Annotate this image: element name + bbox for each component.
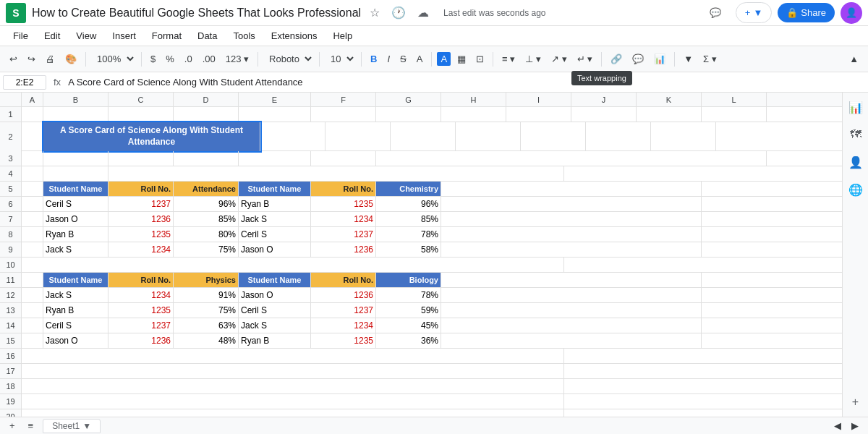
undo-button[interactable]: ↩ [6, 51, 21, 67]
cell-a4[interactable] [22, 166, 43, 181]
cell-a11[interactable] [22, 273, 43, 287]
cell-b9[interactable]: Jack S [43, 242, 109, 257]
cell-g15[interactable]: 36% [376, 333, 441, 348]
cell-g5[interactable]: Chemistry [376, 182, 441, 196]
cell-e11[interactable]: Student Name [239, 273, 311, 287]
cell-f3[interactable] [311, 151, 376, 166]
cell-rest-3[interactable] [376, 151, 767, 166]
cell-e5[interactable]: Student Name [239, 182, 311, 196]
avatar[interactable]: 👤 [841, 2, 862, 24]
row-header-7[interactable]: 7 [0, 212, 22, 226]
menu-help[interactable]: Help [326, 27, 359, 44]
cell-c12[interactable]: 1234 [109, 288, 174, 302]
cell-rest-15[interactable] [441, 333, 702, 348]
cell-e15[interactable]: Ryan B [239, 333, 311, 348]
cell-c1[interactable] [109, 107, 174, 122]
col-header-d[interactable]: D [174, 93, 239, 106]
borders-button[interactable]: ▦ [454, 51, 469, 67]
menu-extensions[interactable]: Extensions [264, 27, 325, 44]
cell-b4[interactable] [43, 166, 109, 181]
cell-e12[interactable]: Jason O [239, 288, 311, 302]
link-button[interactable]: 🔗 [607, 51, 626, 67]
comment-button[interactable]: 💬 [701, 3, 730, 22]
cell-a8[interactable] [22, 227, 43, 242]
cell-d9[interactable]: 75% [174, 242, 239, 257]
chart-button[interactable]: 📊 [650, 51, 669, 67]
cell-d12[interactable]: 91% [174, 288, 239, 302]
cell-e9[interactable]: Jason O [239, 242, 311, 257]
add-sidebar-icon[interactable]: + [847, 393, 864, 411]
cell-rest-8[interactable] [441, 227, 702, 242]
cell-e14[interactable]: Jack S [239, 318, 311, 333]
cell-f7[interactable]: 1234 [311, 212, 376, 226]
menu-edit[interactable]: Edit [37, 27, 67, 44]
cell-a2[interactable] [22, 122, 43, 151]
col-header-b[interactable]: B [43, 93, 109, 106]
cell-c5[interactable]: Roll No. [109, 182, 174, 196]
cell-k1[interactable] [637, 107, 702, 122]
cell-b7[interactable]: Jason O [43, 212, 109, 226]
cell-c14[interactable]: 1237 [109, 318, 174, 333]
cell-d15[interactable]: 48% [174, 333, 239, 348]
share-button[interactable]: 🔒 Share [778, 3, 835, 22]
col-header-j[interactable]: J [571, 93, 637, 106]
cell-g8[interactable]: 78% [376, 227, 441, 242]
sheet-tab-sheet1[interactable]: Sheet1 ▼ [43, 419, 101, 433]
col-header-h[interactable]: H [441, 93, 506, 106]
cell-a1[interactable] [22, 107, 43, 122]
cell-a7[interactable] [22, 212, 43, 226]
col-header-i[interactable]: I [506, 93, 571, 106]
cell-l2[interactable] [651, 122, 716, 151]
maps-icon[interactable]: 🗺 [847, 126, 864, 143]
history-icon[interactable]: 🕐 [388, 6, 409, 20]
row-header-4[interactable]: 4 [0, 166, 22, 181]
row-header-10[interactable]: 10 [0, 258, 22, 272]
cell-g13[interactable]: 59% [376, 303, 441, 318]
cell-f8[interactable]: 1237 [311, 227, 376, 242]
row-header-12[interactable]: 12 [0, 288, 22, 302]
cell-rest-6[interactable] [441, 197, 702, 211]
cell-e13[interactable]: Ceril S [239, 303, 311, 318]
cell-d7[interactable]: 85% [174, 212, 239, 226]
cell-d1[interactable] [174, 107, 239, 122]
collapse-toolbar-button[interactable]: ▲ [846, 51, 862, 67]
cell-f11[interactable]: Roll No. [311, 273, 376, 287]
decimal00-button[interactable]: .00 [199, 51, 219, 67]
star-icon[interactable]: ☆ [367, 6, 383, 20]
cell-f15[interactable]: 1235 [311, 333, 376, 348]
cell-c13[interactable]: 1235 [109, 303, 174, 318]
cell-e6[interactable]: Ryan B [239, 197, 311, 211]
web-icon[interactable]: 🌐 [847, 181, 864, 198]
cell-d3[interactable] [174, 151, 239, 166]
cell-f12[interactable]: 1236 [311, 288, 376, 302]
cell-a9[interactable] [22, 242, 43, 257]
font-size-select[interactable]: 10 [325, 51, 356, 67]
add-button[interactable]: + ▼ [736, 2, 772, 23]
cell-d8[interactable]: 80% [174, 227, 239, 242]
col-header-l[interactable]: L [702, 93, 767, 106]
cell-rest-9[interactable] [441, 242, 702, 257]
menu-tools[interactable]: Tools [226, 27, 262, 44]
row-header-14[interactable]: 14 [0, 318, 22, 333]
sheets-icon[interactable]: 📊 [847, 98, 864, 116]
cell-b8[interactable]: Ryan B [43, 227, 109, 242]
cell-b13[interactable]: Ryan B [43, 303, 109, 318]
cell-d6[interactable]: 96% [174, 197, 239, 211]
print-button[interactable]: 🖨 [42, 51, 59, 67]
menu-view[interactable]: View [69, 27, 103, 44]
currency-button[interactable]: $ [147, 51, 159, 67]
cell-rest-20[interactable] [22, 409, 564, 417]
cell-d5[interactable]: Attendance [174, 182, 239, 196]
cell-g14[interactable]: 45% [376, 318, 441, 333]
cell-c9[interactable]: 1234 [109, 242, 174, 257]
menu-insert[interactable]: Insert [105, 27, 143, 44]
document-title[interactable]: How to Create Beautiful Google Sheets Th… [32, 7, 361, 20]
cell-reference-input[interactable] [3, 75, 46, 90]
cell-g9[interactable]: 58% [376, 242, 441, 257]
cell-b5[interactable]: Student Name [43, 182, 109, 196]
format-number-button[interactable]: 123 ▾ [222, 51, 252, 67]
menu-file[interactable]: File [6, 27, 35, 44]
cell-rest-13[interactable] [441, 303, 702, 318]
cell-rest-7[interactable] [441, 212, 702, 226]
cell-i2[interactable] [456, 122, 521, 151]
